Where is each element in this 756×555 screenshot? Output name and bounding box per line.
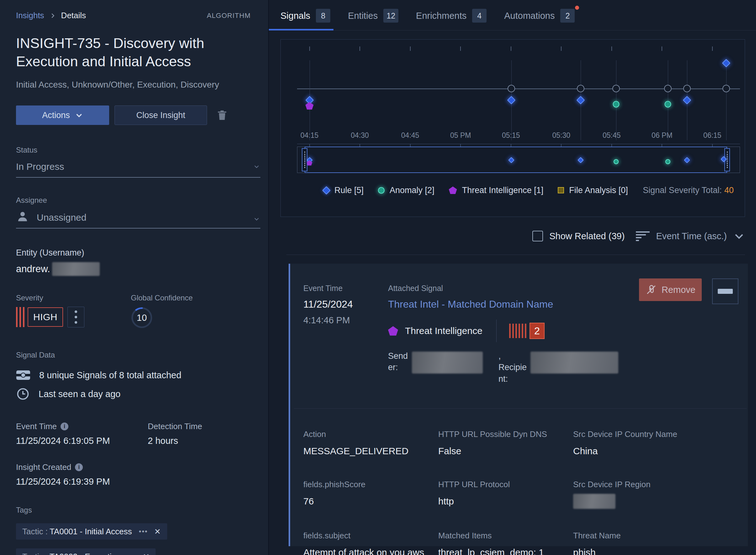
breadcrumb: Insights Details ALGORITHM — [16, 11, 260, 20]
signals-panel: Signals 8 Entities 12 Enrichments 4 Auto… — [269, 0, 756, 555]
event-time-value: 11/25/2024 6:19:05 PM — [16, 436, 148, 446]
entity-username: andrew. — [16, 263, 50, 275]
insight-title: INSIGHT-735 - Discovery with Execution a… — [16, 34, 217, 70]
severity-total-label: Signal Severity Total: — [643, 185, 722, 195]
tag-remove-icon[interactable]: ✕ — [143, 552, 149, 555]
signal-type-name: Threat Intelligence — [405, 326, 482, 336]
signal-field: fields.subjectAttempt of attack on you a… — [303, 531, 438, 555]
comma: , — [499, 350, 527, 361]
chevron-down-icon — [253, 163, 261, 170]
signal-field-value: http — [438, 495, 573, 508]
axis-tick — [410, 46, 411, 51]
signal-point-rule[interactable] — [722, 59, 730, 68]
signal-fields-grid: ActionMESSAGE_DELIVEREDHTTP URL Possible… — [303, 429, 739, 555]
severity-confidence-row: Severity HIGH Global Confidence 10 — [16, 294, 260, 328]
status-field: Status In Progress — [16, 146, 260, 178]
signal-point-anomaly[interactable] — [613, 101, 619, 108]
close-insight-button[interactable]: Close Insight — [114, 105, 207, 125]
status-select[interactable]: In Progress — [16, 161, 261, 178]
detection-time-value: 2 hours — [148, 436, 202, 446]
signal-field-value: False — [438, 445, 573, 458]
mini-point-anomaly — [614, 159, 619, 164]
detection-time-label: Detection Time — [148, 422, 202, 431]
status-label: Status — [16, 146, 260, 155]
attached-signal-link[interactable]: Threat Intel - Matched Domain Name — [388, 299, 553, 310]
severity-value-badge[interactable]: HIGH — [28, 307, 63, 327]
tab-label: Entities — [348, 11, 378, 21]
severity-total-value: 40 — [724, 185, 734, 195]
trash-icon[interactable] — [216, 109, 228, 122]
sort-icon[interactable] — [636, 231, 650, 241]
tag-more-icon[interactable]: ••• — [127, 553, 136, 555]
collapse-signal-checkbox[interactable] — [712, 279, 739, 304]
severity-menu-button[interactable] — [67, 307, 84, 328]
sort-by-select[interactable]: Event Time (asc.) — [656, 231, 727, 242]
signal-point-rule[interactable] — [507, 96, 516, 104]
timeline-brush-selection[interactable] — [304, 146, 727, 173]
timeline-node[interactable] — [664, 85, 672, 92]
signal-point-rule[interactable] — [576, 96, 585, 104]
entity-value[interactable]: andrew. — [16, 262, 260, 276]
signal-field: Matched Itemsthreat_lp_csiem_demo: 1 — [438, 531, 573, 555]
detection-time-field: Detection Time 2 hours — [148, 422, 202, 446]
info-icon[interactable]: i — [75, 463, 83, 471]
timeline-node[interactable] — [612, 85, 620, 92]
signal-field: ActionMESSAGE_DELIVERED — [303, 429, 438, 458]
signal-data-label: Signal Data — [16, 351, 260, 359]
chevron-down-icon[interactable] — [733, 230, 745, 242]
algorithm-label: ALGORITHM — [207, 12, 251, 20]
signal-severity-badge: 2 — [529, 323, 545, 339]
info-icon[interactable]: i — [60, 423, 68, 430]
tab-enrichments[interactable]: Enrichments 4 — [416, 9, 486, 30]
breadcrumb-insights-link[interactable]: Insights — [16, 11, 44, 20]
mini-axis-tick — [511, 144, 511, 146]
tag-type: Tactic — [22, 527, 43, 537]
signal-event-date: 11/25/2024 — [303, 299, 388, 310]
signals-icon — [16, 369, 31, 381]
timeline-node[interactable] — [683, 85, 691, 92]
tag-chip[interactable]: Tactic : TA0001 - Initial Access ••• ✕ — [16, 523, 167, 540]
legend-label: Rule [5] — [334, 185, 364, 195]
actions-button[interactable]: Actions — [16, 105, 109, 125]
show-related-checkbox[interactable] — [532, 231, 543, 242]
tag-value: TA0002 - Execution — [50, 552, 121, 555]
legend-label: Threat Intelligence [1] — [462, 185, 544, 195]
assignee-value: Unassigned — [37, 212, 86, 223]
tag-remove-icon[interactable]: ✕ — [154, 527, 161, 536]
mini-axis-tick — [662, 144, 662, 146]
sender-recipient-row: Sender: , Recipient: — [388, 350, 739, 385]
close-insight-label: Close Insight — [136, 111, 185, 120]
signal-event-time-label: Event Time — [303, 284, 388, 293]
mini-point-anomaly — [665, 159, 670, 164]
legend-label: Anomaly [2] — [390, 185, 434, 195]
signal-point-anomaly[interactable] — [664, 101, 671, 108]
tab-signals[interactable]: Signals 8 — [280, 9, 330, 30]
breadcrumb-current: Details — [61, 11, 86, 20]
redacted-sender — [412, 352, 483, 374]
threat-intelligence-icon — [449, 186, 457, 194]
tag-chip[interactable]: Tactic : TA0002 - Execution ••• ✕ — [16, 548, 155, 555]
assignee-select[interactable]: Unassigned — [16, 210, 261, 228]
chevron-down-icon — [75, 111, 83, 119]
tab-entities[interactable]: Entities 12 — [348, 9, 398, 30]
timeline-node[interactable] — [508, 85, 515, 92]
timeline-legend: Rule [5]Anomaly [2]Threat Intelligence [… — [323, 183, 734, 197]
signal-field-label: Matched Items — [438, 531, 573, 541]
signals-attached-row: 8 unique Signals of 8 total attached — [16, 369, 260, 381]
legend-item-threat-intelligence: Threat Intelligence [1] — [449, 185, 544, 195]
signal-card: Event Time 11/25/2024 4:14:46 PM Attache… — [289, 264, 748, 546]
assignee-label: Assignee — [16, 196, 260, 205]
tag-more-icon[interactable]: ••• — [139, 527, 148, 536]
remove-label: Remove — [662, 285, 696, 295]
redacted-field-value — [573, 494, 615, 509]
timeline-node[interactable] — [577, 85, 584, 92]
signal-point-threat-intelligence[interactable] — [305, 102, 314, 110]
timeline-node[interactable] — [722, 85, 730, 92]
signal-point-rule[interactable] — [682, 96, 691, 104]
mini-axis-tick — [712, 144, 713, 146]
signal-field-value: Attempt of attack on you aws account log… — [303, 546, 429, 555]
signal-field-label: HTTP URL Possible Dyn DNS — [438, 429, 573, 439]
remove-signal-button[interactable]: Remove — [639, 279, 702, 301]
tab-automations[interactable]: Automations 2 — [504, 9, 575, 30]
tab-count-badge: 12 — [383, 9, 398, 23]
